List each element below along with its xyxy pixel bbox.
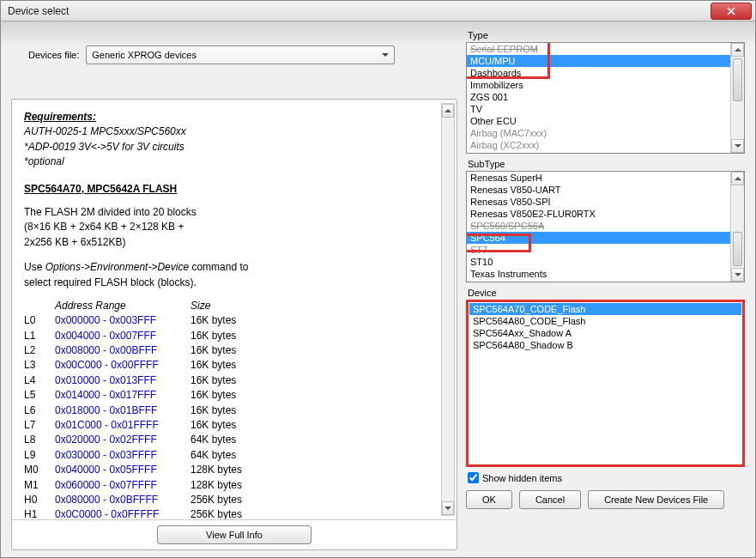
block-row: L20x008000 - 0x00BFFF16K bytes: [24, 343, 445, 358]
scroll-up-icon[interactable]: [731, 172, 744, 185]
scroll-up-icon[interactable]: [731, 43, 744, 57]
block-row: M10x060000 - 0x07FFFF128K bytes: [24, 478, 445, 493]
subtype-scrollbar[interactable]: [730, 172, 744, 282]
list-item[interactable]: Dashboards: [467, 67, 744, 79]
block-row: L60x018000 - 0x01BFFF16K bytes: [24, 403, 445, 418]
list-item[interactable]: Renesas SuperH: [467, 172, 744, 184]
type-label: Type: [468, 30, 745, 40]
info-scrollbar[interactable]: [441, 103, 455, 516]
devices-file-value: Generic XPROG devices: [92, 50, 197, 60]
show-hidden-checkbox[interactable]: [468, 472, 479, 483]
device-label: Device: [468, 288, 745, 298]
close-icon: [727, 7, 735, 15]
requirement-line: AUTH-0025-1 MPC5xxx/SPC560xx: [24, 124, 445, 139]
devices-file-row: Devices file: Generic XPROG devices: [28, 45, 457, 64]
devices-file-dropdown[interactable]: Generic XPROG devices: [86, 45, 395, 64]
device-select-window: Device select Devices file: Generic XPRO…: [0, 0, 756, 558]
requirements-heading: Requirements:: [24, 110, 445, 124]
devices-file-label: Devices file:: [28, 50, 79, 60]
list-item[interactable]: Other ECU: [467, 115, 744, 127]
block-row: L30x00C000 - 0x00FFFF16K bytes: [24, 358, 445, 373]
cancel-button[interactable]: Cancel: [519, 490, 581, 509]
close-button[interactable]: [711, 3, 752, 20]
list-item[interactable]: MCU/MPU: [467, 55, 744, 67]
list-item[interactable]: SPC564A80_CODE_Flash: [469, 315, 741, 327]
scroll-down-icon[interactable]: [442, 501, 454, 515]
window-title: Device select: [4, 5, 711, 17]
subtype-label: SubType: [468, 159, 745, 169]
use-command-line2: select required FLASH block (blocks).: [24, 276, 445, 290]
list-item[interactable]: SPC564A70_CODE_Flash: [469, 303, 741, 315]
show-hidden-label: Show hidden items: [482, 473, 562, 483]
block-row: H00x080000 - 0x0BFFFF256K bytes: [24, 493, 445, 507]
list-item[interactable]: ZGS 001: [467, 91, 744, 103]
create-new-devices-file-button[interactable]: Create New Devices File: [588, 490, 724, 509]
info-footer: View Full Info: [12, 519, 457, 549]
block-row: L00x000000 - 0x003FFF16K bytes: [24, 313, 445, 328]
device-listbox[interactable]: SPC564A70_CODE_FlashSPC564A80_CODE_Flash…: [466, 300, 745, 467]
list-item[interactable]: ST7: [467, 244, 744, 256]
requirement-line: *optional: [24, 155, 445, 169]
titlebar: Device select: [1, 1, 755, 21]
block-row: L40x010000 - 0x013FFF16K bytes: [24, 373, 445, 388]
type-listbox[interactable]: Serial EEPROMMCU/MPUDashboardsImmobilize…: [466, 42, 745, 154]
list-item[interactable]: SPC560/SPC56A: [467, 220, 744, 232]
block-row: M00x040000 - 0x05FFFF128K bytes: [24, 463, 445, 477]
list-item[interactable]: ST10: [467, 256, 744, 268]
ok-button[interactable]: OK: [466, 490, 512, 509]
block-row: L70x01C000 - 0x01FFFF16K bytes: [24, 418, 445, 433]
show-hidden-row: Show hidden items: [468, 472, 745, 483]
type-scrollbar[interactable]: [730, 43, 744, 153]
list-item[interactable]: SPC564A80_Shadow B: [469, 339, 741, 351]
device-info-scroll: Requirements: AUTH-0025-1 MPC5xxx/SPC560…: [12, 100, 457, 519]
list-item[interactable]: Serial EEPROM: [467, 43, 744, 55]
scroll-down-icon[interactable]: [731, 268, 744, 282]
list-item[interactable]: Immobilizers: [467, 79, 744, 91]
view-full-info-button[interactable]: View Full Info: [157, 525, 311, 544]
right-column: Type Serial EEPROMMCU/MPUDashboardsImmob…: [466, 30, 745, 550]
list-item[interactable]: Airbag (XC2xxx): [467, 139, 744, 151]
scroll-up-icon[interactable]: [442, 104, 454, 118]
subtype-listbox[interactable]: Renesas SuperHRenesas V850-UARTRenesas V…: [466, 171, 745, 282]
list-item[interactable]: TV: [467, 103, 744, 115]
block-row: L50x014000 - 0x017FFF16K bytes: [24, 388, 445, 403]
device-info-frame: Generic Device Info Requirements: AUTH-0…: [11, 99, 457, 550]
list-item[interactable]: Renesas V850E2-FLUR0RTX: [467, 208, 744, 220]
block-table: Address Range Size L00x000000 - 0x003FFF…: [24, 299, 445, 519]
flash-desc: 2x256 KB + 6x512KB): [24, 235, 445, 250]
block-table-header: Address Range Size: [24, 299, 445, 313]
scroll-down-icon[interactable]: [731, 139, 744, 153]
list-item[interactable]: Airbag (MAC7xxx): [467, 127, 744, 139]
use-command-line: Use Options->Environment->Device command…: [24, 260, 445, 275]
list-item[interactable]: SPC564Axx_Shadow A: [469, 327, 741, 339]
block-row: L80x020000 - 0x02FFFF64K bytes: [24, 433, 445, 447]
block-row: L10x004000 - 0x007FFF16K bytes: [24, 329, 445, 343]
flash-desc: The FLASH 2M divided into 20 blocks: [24, 205, 445, 220]
dialog-button-row: OK Cancel Create New Devices File: [466, 490, 745, 509]
block-row: H10x0C0000 - 0x0FFFFF256K bytes: [24, 507, 445, 519]
left-column: Devices file: Generic XPROG devices Gene…: [11, 30, 457, 550]
list-item[interactable]: Texas Instruments: [467, 268, 744, 280]
list-item[interactable]: Renesas V850-UART: [467, 184, 744, 196]
flash-desc: (8×16 KB + 2x64 KB + 2×128 KB +: [24, 220, 445, 234]
dialog-body: Devices file: Generic XPROG devices Gene…: [1, 21, 755, 557]
device-info-content: Requirements: AUTH-0025-1 MPC5xxx/SPC560…: [24, 110, 445, 519]
list-item[interactable]: Renesas V850-SPI: [467, 196, 744, 208]
block-row: L90x030000 - 0x03FFFF64K bytes: [24, 448, 445, 463]
requirement-line: *ADP-0019 3V<->5V for 3V circuits: [24, 140, 445, 155]
list-item[interactable]: SPC564: [467, 232, 744, 244]
flash-section-title: SPC564A70, MPC5642A FLASH: [24, 182, 445, 197]
